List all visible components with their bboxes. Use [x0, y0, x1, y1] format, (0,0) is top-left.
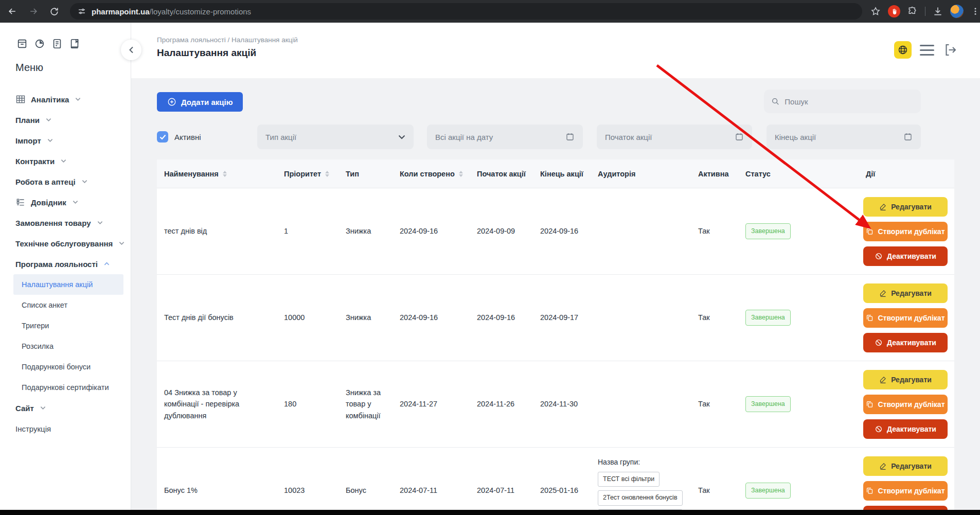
browser-menu-kebab-icon[interactable]: [971, 7, 980, 16]
sidebar-subitem-gift-bonuses[interactable]: Подарункові бонуси: [13, 357, 123, 377]
adblock-extension-icon[interactable]: [888, 5, 900, 17]
cell-name: Бонус 1%: [157, 448, 278, 515]
logout-icon[interactable]: [942, 42, 958, 58]
table-row: Тест днів дії бонусів 10000 Знижка 2024-…: [157, 275, 954, 361]
copy-icon: [866, 227, 874, 235]
extensions-puzzle-icon[interactable]: [907, 6, 918, 16]
header-actions: [894, 41, 958, 59]
search-input[interactable]: [785, 97, 914, 106]
check-icon: [159, 134, 166, 140]
sidebar-item-label: Довідник: [31, 198, 66, 207]
sidebar-item-loyalty-program[interactable]: Програма лояльності: [0, 254, 131, 274]
bookmark-star-icon[interactable]: [870, 6, 881, 16]
sidebar-subitem-mailing[interactable]: Розсилка: [13, 336, 123, 357]
edit-button[interactable]: Редагувати: [863, 197, 948, 217]
forward-icon[interactable]: [25, 3, 42, 20]
sidebar-item-plans[interactable]: Плани: [0, 110, 131, 130]
sort-icon[interactable]: [223, 171, 227, 177]
sidebar-item-import[interactable]: Імпорт: [0, 130, 131, 151]
browser-profile-avatar[interactable]: [950, 5, 964, 18]
chevron-down-icon: [46, 118, 51, 122]
deactivate-button[interactable]: Деактивувати: [863, 419, 948, 439]
menu-lines-icon[interactable]: [920, 45, 934, 56]
cell-audience: [592, 361, 692, 447]
column-header-start: Початок акції: [471, 159, 534, 188]
column-header-priority[interactable]: Пріоритет: [278, 159, 340, 188]
chevron-down-icon: [398, 135, 405, 139]
sort-icon[interactable]: [325, 171, 329, 177]
promo-type-dropdown[interactable]: Тип акції: [257, 125, 414, 149]
duplicate-button[interactable]: Створити дублікат: [863, 481, 948, 501]
cell-end: 2024-11-30: [534, 361, 592, 447]
cell-type: Бонус: [340, 448, 394, 515]
content-area: Додати акцію Активні Тип акції: [131, 78, 980, 515]
active-filter[interactable]: Активні: [157, 125, 201, 149]
deactivate-button[interactable]: Деактивувати: [863, 333, 948, 352]
sidebar-item-analytics[interactable]: Аналітика: [0, 89, 131, 110]
document-icon[interactable]: [51, 38, 63, 49]
sidebar-item-pharmacy-work[interactable]: Робота в аптеці: [0, 171, 131, 192]
sidebar-item-goods-order[interactable]: Замовлення товару: [0, 212, 131, 233]
promo-start-placeholder: Початок акції: [605, 133, 652, 141]
sidebar-item-directory[interactable]: Довідник: [0, 192, 131, 212]
promo-end-date-picker[interactable]: Кінець акції: [767, 125, 921, 149]
app-window: Меню Аналітика Плани Імпорт Контракти: [0, 23, 980, 515]
edit-button[interactable]: Редагувати: [863, 370, 948, 389]
sidebar-collapse-button[interactable]: [121, 40, 141, 60]
edit-button[interactable]: Редагувати: [863, 456, 948, 476]
deactivate-button[interactable]: Деактивувати: [863, 246, 948, 266]
cell-actions: Редагувати Створити дублікат Деактивуват…: [858, 361, 954, 447]
page-title: Налаштування акцій: [157, 47, 256, 59]
column-header-name[interactable]: Найменування: [157, 159, 278, 188]
cell-actions: Редагувати Створити дублікат Деактивуват…: [858, 188, 954, 274]
cell-created: 2024-09-16: [394, 275, 471, 361]
site-settings-icon[interactable]: [77, 7, 86, 16]
toolbar-divider: [925, 7, 925, 16]
edit-button[interactable]: Редагувати: [863, 283, 948, 303]
ban-icon: [875, 425, 883, 433]
cell-status: Завершена: [739, 188, 858, 274]
cell-audience: [592, 188, 692, 274]
column-header-end: Кінець акції: [534, 159, 592, 188]
globe-icon: [898, 45, 908, 55]
column-header-active: Активна: [692, 159, 739, 188]
book-icon[interactable]: [69, 38, 80, 49]
sidebar-item-instruction[interactable]: Інструкція: [0, 418, 131, 439]
duplicate-button[interactable]: Створити дублікат: [863, 395, 948, 414]
sidebar-subitem-label: Тригери: [22, 322, 49, 330]
sidebar-subitem-questionnaires[interactable]: Список анкет: [13, 295, 123, 315]
cell-created: 2024-07-11: [394, 448, 471, 515]
status-badge: Завершена: [745, 310, 791, 326]
table-header-row: Найменування Пріоритет Тип Коли створено…: [157, 159, 954, 188]
duplicate-button[interactable]: Створити дублікат: [863, 308, 948, 328]
column-header-created[interactable]: Коли створено: [394, 159, 471, 188]
address-bar[interactable]: pharmapoint.ua/loyalty/customize-promoti…: [70, 3, 862, 20]
sidebar-subitem-triggers[interactable]: Тригери: [13, 315, 123, 336]
sidebar-item-site[interactable]: Сайт: [0, 398, 131, 418]
status-badge: Завершена: [745, 223, 791, 239]
reload-icon[interactable]: [46, 3, 63, 20]
calendar-icon: [565, 132, 575, 141]
downloads-icon[interactable]: [933, 6, 943, 16]
sidebar-item-maintenance[interactable]: Технічне обслуговування: [0, 233, 131, 254]
pie-chart-icon[interactable]: [34, 38, 45, 49]
sidebar-subitem-gift-certificates[interactable]: Подарункові сертифікати: [13, 377, 123, 398]
back-icon[interactable]: [4, 3, 21, 20]
promo-start-date-picker[interactable]: Початок акції: [597, 125, 752, 149]
all-promos-on-date-picker[interactable]: Всі акції на дату: [427, 125, 583, 149]
sidebar-item-label: Імпорт: [15, 136, 41, 145]
active-checkbox[interactable]: [157, 131, 168, 143]
cell-priority: 10000: [278, 275, 340, 361]
sidebar-item-label: Сайт: [15, 404, 34, 413]
duplicate-button[interactable]: Створити дублікат: [863, 222, 948, 241]
archive-box-icon[interactable]: [16, 38, 28, 49]
cell-audience: [592, 275, 692, 361]
audience-group-label: Назва групи:: [598, 457, 640, 468]
language-globe-button[interactable]: [894, 41, 912, 59]
sidebar-subitem-promo-settings[interactable]: Налаштування акцій: [13, 274, 123, 295]
add-promotion-button[interactable]: Додати акцію: [157, 92, 243, 112]
sidebar-subitem-label: Подарункові бонуси: [22, 363, 91, 371]
sidebar-item-contracts[interactable]: Контракти: [0, 151, 131, 171]
search-box[interactable]: [764, 90, 921, 113]
sort-icon[interactable]: [459, 171, 463, 177]
